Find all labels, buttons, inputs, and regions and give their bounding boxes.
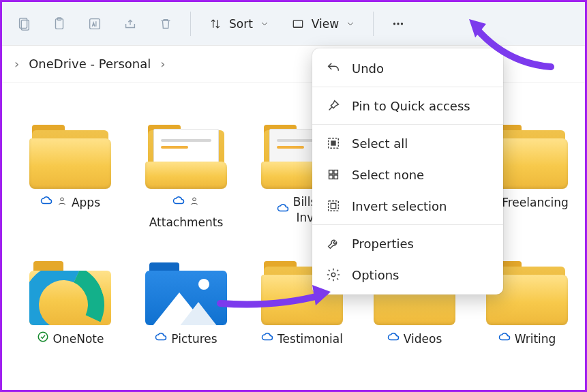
cloud-icon	[172, 194, 185, 211]
share-button[interactable]	[114, 9, 147, 39]
sort-icon	[209, 17, 222, 31]
menu-label: Select all	[352, 136, 408, 151]
svg-rect-19	[331, 203, 335, 208]
delete-button[interactable]	[149, 9, 182, 39]
item-label: Writing	[515, 331, 556, 347]
menu-label: Select none	[352, 168, 424, 182]
cloud-icon	[387, 331, 400, 347]
item-label: Testimonial	[277, 331, 343, 347]
chevron-right-icon[interactable]: ›	[160, 57, 165, 71]
svg-rect-13	[331, 140, 335, 145]
item-label: Videos	[404, 331, 442, 347]
svg-point-10	[193, 198, 196, 201]
annotation-arrow	[213, 275, 336, 318]
folder-icon	[29, 260, 111, 325]
separator	[373, 12, 374, 36]
select-all-icon	[326, 136, 341, 151]
menu-label: Invert selection	[352, 199, 447, 213]
svg-rect-15	[334, 170, 338, 175]
chevron-right-icon[interactable]: ›	[14, 57, 19, 71]
menu-properties[interactable]: Properties	[312, 228, 503, 259]
folder-icon	[145, 123, 227, 189]
menu-label: Properties	[352, 237, 414, 251]
menu-separator	[312, 87, 503, 87]
item-label: Attachments	[149, 215, 224, 230]
menu-label: Undo	[352, 61, 384, 76]
svg-point-7	[397, 22, 400, 25]
cloud-icon	[277, 202, 289, 218]
synced-icon	[37, 331, 49, 347]
folder-item[interactable]: Attachments	[132, 123, 241, 230]
menu-options[interactable]: Options	[312, 259, 503, 290]
svg-marker-22	[312, 285, 331, 305]
item-label: Apps	[72, 195, 100, 211]
chevron-down-icon	[346, 19, 355, 29]
invert-icon	[326, 198, 341, 213]
menu-pin[interactable]: Pin to Quick access	[312, 90, 503, 121]
rename-button[interactable]	[78, 9, 111, 39]
paste-button[interactable]	[43, 9, 76, 39]
svg-rect-14	[329, 170, 333, 175]
menu-label: Pin to Quick access	[352, 99, 470, 113]
more-menu: Undo Pin to Quick access Select all Sele…	[312, 48, 503, 295]
svg-point-8	[401, 22, 403, 25]
svg-point-11	[38, 332, 48, 342]
sort-label: Sort	[229, 17, 253, 31]
folder-item[interactable]: OneNote	[16, 260, 125, 347]
item-label: OneNote	[53, 331, 104, 347]
svg-point-9	[61, 198, 64, 201]
breadcrumb-current[interactable]: OneDrive - Personal	[29, 57, 151, 71]
menu-select-all[interactable]: Select all	[312, 127, 503, 159]
person-icon	[57, 195, 67, 211]
cloud-icon	[155, 331, 167, 347]
wrench-icon	[326, 236, 341, 251]
select-none-icon	[326, 167, 341, 182]
folder-icon	[29, 123, 111, 189]
sort-button[interactable]: Sort	[199, 9, 279, 39]
view-label: View	[312, 17, 339, 31]
separator	[190, 12, 191, 36]
svg-rect-4	[90, 18, 100, 29]
person-icon	[189, 195, 200, 211]
menu-invert-selection[interactable]: Invert selection	[312, 190, 503, 222]
chevron-down-icon	[260, 19, 269, 29]
pin-icon	[326, 98, 341, 113]
item-label: Pictures	[171, 331, 217, 347]
svg-rect-17	[334, 175, 338, 179]
item-label: Freelancing	[502, 195, 569, 211]
menu-label: Options	[352, 268, 399, 282]
view-button[interactable]: View	[282, 9, 365, 39]
ellipsis-icon	[391, 16, 406, 31]
cloud-icon	[40, 194, 52, 211]
svg-point-6	[393, 22, 395, 25]
annotation-arrow	[466, 16, 561, 80]
view-icon	[291, 17, 305, 31]
svg-rect-5	[293, 20, 302, 27]
cloud-icon	[498, 331, 511, 347]
folder-item[interactable]: Apps	[16, 123, 125, 211]
undo-icon	[326, 61, 341, 76]
svg-rect-18	[329, 201, 339, 211]
svg-rect-16	[329, 175, 333, 179]
cut-button[interactable]	[7, 9, 40, 39]
more-button[interactable]	[382, 9, 415, 39]
cloud-icon	[261, 331, 273, 347]
menu-separator	[312, 124, 503, 125]
menu-separator	[312, 224, 503, 225]
menu-select-none[interactable]: Select none	[312, 159, 503, 190]
